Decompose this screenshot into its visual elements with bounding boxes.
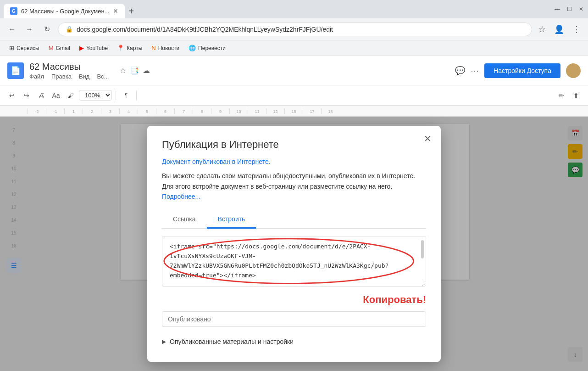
ruler: -2 -1 1 2 3 4 5 6 7 8 9 10 11 12 15 17 1… xyxy=(0,106,588,117)
services-icon: ⊞ xyxy=(9,45,14,51)
more-info-link[interactable]: Подробнее... xyxy=(162,193,200,200)
publish-dialog: ✕ Публикация в Интернете Документ опубли… xyxy=(147,126,441,361)
app-header: 📄 62 Массивы Файл Правка Вид Вс... ☆ 📑 ☁… xyxy=(0,56,588,85)
ruler-mark: 1 xyxy=(64,108,83,114)
bookmarks-bar: ⊞ Сервисы M Gmail ▶ YouTube 📍 Карты N Но… xyxy=(0,40,588,56)
comments-icon[interactable]: 💬 xyxy=(455,66,465,76)
toolbar: ↩ ↪ 🖨 Aa 🖌 100% 75% 125% ¶ ✏ ⬆ xyxy=(0,85,588,106)
youtube-icon: ▶ xyxy=(79,45,84,51)
scroll-handle[interactable] xyxy=(421,240,424,259)
account-button[interactable]: 👤 xyxy=(552,22,566,36)
tab-link[interactable]: Ссылка xyxy=(162,211,207,229)
ruler-mark: 18 xyxy=(321,108,339,114)
ruler-mark: 15 xyxy=(284,108,303,114)
bookmark-translate[interactable]: 🌐 Перевести xyxy=(185,43,229,53)
dialog-description: Вы можете сделать свои материалы общедос… xyxy=(162,171,426,202)
bookmark-services[interactable]: ⊞ Сервисы xyxy=(6,43,43,53)
forward-button[interactable]: → xyxy=(23,23,36,36)
gmail-icon: M xyxy=(49,45,54,51)
bookmark-maps[interactable]: 📍 Карты xyxy=(113,43,146,53)
published-materials-toggle[interactable]: ▶ Опубликованные материалы и настройки xyxy=(162,334,426,349)
dialog-overlay: ✕ Публикация в Интернете Документ опубли… xyxy=(0,117,588,371)
access-settings-button[interactable]: Настройки Доступа xyxy=(484,63,560,78)
published-materials-label: Опубликованные материалы и настройки xyxy=(170,338,294,345)
undo-button[interactable]: ↩ xyxy=(6,89,18,102)
tab-title: 62 Массивы - Google Докумен... xyxy=(21,8,109,15)
address-bar: ← → ↻ 🔒 docs.google.com/document/d/1A84D… xyxy=(0,18,588,40)
tab-favicon: G xyxy=(10,7,17,15)
new-tab-button[interactable]: + xyxy=(125,4,138,18)
bookmark-news-label: Новости xyxy=(158,45,179,51)
translate-icon: 🌐 xyxy=(189,45,196,51)
published-link[interactable]: Документ опубликован в Интернете. xyxy=(162,158,426,165)
ruler-mark: 7 xyxy=(174,108,193,114)
maps-icon: 📍 xyxy=(117,45,124,51)
tab-strip: G 62 Массивы - Google Докумен... ✕ + xyxy=(4,0,550,18)
bookmark-action[interactable]: 📑 xyxy=(130,66,139,75)
ruler-mark: 10 xyxy=(229,108,248,114)
reload-button[interactable]: ↻ xyxy=(40,23,53,36)
expand-button[interactable]: ⬆ xyxy=(570,89,582,102)
cloud-action[interactable]: ☁ xyxy=(143,66,150,75)
header-right: 💬 ⋯ Настройки Доступа xyxy=(455,63,581,78)
menu-edit[interactable]: Правка xyxy=(51,73,72,80)
dialog-close-button[interactable]: ✕ xyxy=(424,133,432,144)
user-avatar[interactable] xyxy=(566,63,581,78)
url-bar[interactable]: 🔒 docs.google.com/document/d/1A84DkK9tfJ… xyxy=(58,22,532,36)
news-icon: N xyxy=(151,45,155,51)
ruler-inner: -2 -1 1 2 3 4 5 6 7 8 9 10 11 12 15 17 1… xyxy=(28,108,339,114)
tab-embed[interactable]: Встроить xyxy=(207,211,256,229)
ruler-mark: 5 xyxy=(138,108,156,114)
lock-icon: 🔒 xyxy=(66,26,73,33)
bookmark-gmail[interactable]: M Gmail xyxy=(45,43,74,53)
bookmark-gmail-label: Gmail xyxy=(56,45,70,51)
bookmark-youtube[interactable]: ▶ YouTube xyxy=(76,43,111,53)
bookmark-maps-label: Карты xyxy=(127,45,142,51)
bookmark-news[interactable]: N Новости xyxy=(148,43,183,53)
bookmark-youtube-label: YouTube xyxy=(86,45,108,51)
edit-mode-button[interactable]: ✏ xyxy=(555,89,568,102)
spellcheck-button[interactable]: Aa xyxy=(50,89,62,102)
menu-view[interactable]: Вид xyxy=(79,73,90,80)
print-button[interactable]: 🖨 xyxy=(35,89,48,102)
zoom-select[interactable]: 100% 75% 125% xyxy=(79,90,112,101)
bookmark-translate-label: Перевести xyxy=(198,45,226,51)
browser-menu-button[interactable]: ⋮ xyxy=(571,22,582,36)
dialog-tabs: Ссылка Встроить xyxy=(162,211,426,229)
star-action[interactable]: ☆ xyxy=(120,66,126,75)
ruler-mark: 6 xyxy=(156,108,174,114)
doc-actions: ☆ 📑 ☁ xyxy=(114,66,150,75)
ruler-mark: -1 xyxy=(46,108,64,114)
menu-file[interactable]: Файл xyxy=(29,73,44,80)
format-normal-button[interactable]: ¶ xyxy=(120,89,133,102)
maximize-button[interactable]: ☐ xyxy=(566,6,572,12)
tab-close-button[interactable]: ✕ xyxy=(113,7,118,15)
window-controls: — ☐ ✕ xyxy=(554,6,584,12)
redo-button[interactable]: ↪ xyxy=(20,89,33,102)
bookmark-star-button[interactable]: ☆ xyxy=(537,22,548,36)
document-title[interactable]: 62 Массивы xyxy=(29,62,109,72)
docs-icon: 📄 xyxy=(7,62,24,79)
published-section xyxy=(162,311,426,327)
ruler-mark: -2 xyxy=(28,108,46,114)
main-area: 7 8 9 10 11 12 13 14 15 16 ☰ Для изуч У.… xyxy=(0,117,588,371)
minimize-button[interactable]: — xyxy=(554,6,560,12)
published-input[interactable] xyxy=(162,311,426,327)
paint-format-button[interactable]: 🖌 xyxy=(64,89,77,102)
chevron-right-icon: ▶ xyxy=(162,338,166,345)
close-button[interactable]: ✕ xyxy=(578,6,584,12)
active-tab[interactable]: G 62 Массивы - Google Докумен... ✕ xyxy=(4,4,125,18)
embed-section: <iframe src="https://docs.google.com/doc… xyxy=(162,236,426,286)
browser-titlebar: G 62 Массивы - Google Докумен... ✕ + — ☐… xyxy=(0,0,588,18)
ruler-mark: 9 xyxy=(211,108,229,114)
embed-code-text: <iframe src="https://docs.google.com/doc… xyxy=(170,243,388,278)
menu-more[interactable]: Вс... xyxy=(97,73,109,80)
ruler-mark: 17 xyxy=(303,108,321,114)
embed-code-textarea[interactable]: <iframe src="https://docs.google.com/doc… xyxy=(162,236,426,286)
ruler-mark: 2 xyxy=(83,108,101,114)
ruler-mark: 11 xyxy=(248,108,266,114)
back-button[interactable]: ← xyxy=(6,23,18,36)
more-options-icon[interactable]: ⋯ xyxy=(471,66,479,76)
ruler-mark: 8 xyxy=(193,108,211,114)
ruler-mark: 4 xyxy=(119,108,138,114)
